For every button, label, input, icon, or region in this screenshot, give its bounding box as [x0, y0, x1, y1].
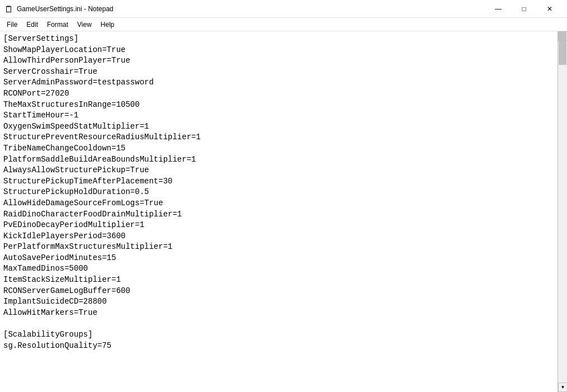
scroll-thumb[interactable]: [559, 31, 566, 65]
close-button[interactable]: ✕: [537, 0, 563, 18]
menu-edit[interactable]: Edit: [22, 18, 42, 31]
menu-help[interactable]: Help: [96, 18, 119, 31]
window-title: GameUserSettings.ini - Notepad: [17, 5, 485, 13]
maximize-button[interactable]: □: [511, 0, 537, 18]
minimize-button[interactable]: —: [485, 0, 511, 18]
menu-format[interactable]: Format: [42, 18, 73, 31]
vertical-scrollbar[interactable]: ▲ ▼: [557, 31, 567, 392]
menu-file[interactable]: File: [2, 18, 22, 31]
menu-view[interactable]: View: [73, 18, 96, 31]
window-controls: — □ ✕: [485, 0, 563, 18]
app-icon: 🗒: [4, 4, 13, 13]
menu-bar: File Edit Format View Help: [0, 18, 567, 31]
content-area: [ServerSettings] ShowMapPlayerLocation=T…: [0, 31, 567, 392]
scroll-down-button[interactable]: ▼: [558, 382, 567, 392]
title-bar: 🗒 GameUserSettings.ini - Notepad — □ ✕: [0, 0, 567, 18]
text-editor[interactable]: [ServerSettings] ShowMapPlayerLocation=T…: [0, 31, 557, 392]
